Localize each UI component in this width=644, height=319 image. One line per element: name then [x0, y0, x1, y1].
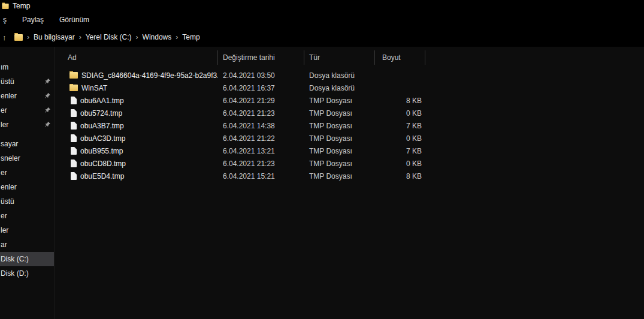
file-size: 8 KB [375, 97, 425, 105]
ribbon-tab-paylas[interactable]: Paylaş [21, 13, 45, 26]
file-name: obuE5D4.tmp [80, 172, 124, 180]
file-type: TMP Dosyası [304, 147, 375, 155]
file-type: Dosya klasörü [304, 71, 375, 80]
file-date: 2.04.2021 03:50 [218, 71, 304, 80]
file-type: TMP Dosyası [304, 109, 375, 118]
table-row[interactable]: obuA3B7.tmp 6.04.2021 14:38 TMP Dosyası … [55, 119, 644, 132]
file-name: obu6AA1.tmp [80, 97, 124, 105]
sidebar-item-label: sneler [1, 154, 20, 162]
window-title: Temp [13, 2, 30, 10]
file-name: obuB955.tmp [80, 147, 123, 155]
file-date: 6.04.2021 14:38 [218, 122, 304, 130]
file-date: 6.04.2021 21:23 [218, 109, 304, 118]
sidebar-item-label: er [1, 212, 7, 220]
sidebar-item-label: ım [1, 63, 8, 71]
sidebar-item-label: Disk (D:) [1, 269, 29, 278]
breadcrumb[interactable]: › Bu bilgisayar › Yerel Disk (C:) › Wind… [11, 30, 644, 44]
ribbon-tab-gorunum[interactable]: Görünüm [58, 13, 90, 26]
address-bar: ↑ › Bu bilgisayar › Yerel Disk (C:) › Wi… [0, 28, 644, 47]
chevron-right-icon: › [75, 33, 86, 41]
sidebar-item-quick-access[interactable]: ım [0, 60, 54, 74]
file-type: TMP Dosyası [304, 160, 375, 168]
title-bar: Temp [0, 0, 644, 12]
table-row[interactable]: obu6AA1.tmp 6.04.2021 21:29 TMP Dosyası … [55, 94, 644, 107]
file-size: 7 KB [375, 122, 425, 130]
sidebar-item-pictures[interactable]: ler [0, 223, 54, 237]
file-name: obu5724.tmp [80, 109, 122, 118]
file-icon [71, 134, 77, 142]
file-type: TMP Dosyası [304, 134, 375, 143]
breadcrumb-item-windows[interactable]: Windows [143, 33, 172, 41]
file-name: obuAC3D.tmp [80, 134, 125, 143]
file-icon [71, 122, 77, 130]
file-date: 6.04.2021 15:21 [218, 172, 304, 180]
pin-icon [44, 121, 51, 128]
table-row[interactable]: obuAC3D.tmp 6.04.2021 21:22 TMP Dosyası … [55, 132, 644, 145]
sidebar-item-label: ler [1, 226, 8, 234]
table-row[interactable]: SDIAG_c846604a-4169-4f9e-95a2-b2a9f3... … [55, 69, 644, 82]
navigation-pane: ım üstü enler er ler sayar sneler er enl… [0, 47, 55, 319]
sidebar-item-downloads[interactable]: enler [0, 180, 54, 194]
column-header-type[interactable]: Tür [304, 50, 375, 65]
sidebar-item-disk-c[interactable]: Disk (C:) [0, 252, 54, 266]
file-icon [71, 109, 77, 117]
sidebar-item-label: enler [1, 92, 17, 100]
sidebar-item-label: sayar [1, 140, 18, 148]
sidebar-item-this-pc[interactable]: sayar [0, 137, 54, 151]
chevron-right-icon: › [132, 33, 143, 41]
file-date: 6.04.2021 21:29 [218, 97, 304, 105]
column-header-name[interactable]: Ad [55, 50, 218, 65]
file-icon [71, 97, 77, 104]
file-date: 6.04.2021 21:23 [218, 160, 304, 168]
explorer-window: Temp ş Paylaş Görünüm ↑ › Bu bilgisayar … [0, 0, 644, 319]
file-date: 6.04.2021 21:22 [218, 134, 304, 143]
sidebar-item-documents-pinned[interactable]: er [0, 103, 54, 118]
sidebar-item-downloads-pinned[interactable]: enler [0, 89, 54, 103]
table-row[interactable]: WinSAT 6.04.2021 16:37 Dosya klasörü [55, 82, 644, 94]
chevron-right-icon: › [23, 33, 34, 41]
sidebar-item-label: üstü [1, 197, 14, 206]
sidebar-item-label: Disk (C:) [1, 255, 29, 263]
file-size: 7 KB [375, 147, 425, 155]
sidebar-item-3d-objects[interactable]: sneler [0, 151, 54, 165]
file-size: 0 KB [375, 134, 425, 143]
breadcrumb-folder-icon [14, 34, 23, 41]
table-row[interactable]: obuB955.tmp 6.04.2021 13:21 TMP Dosyası … [55, 145, 644, 157]
column-header-size[interactable]: Boyut [375, 50, 425, 65]
sidebar-item-pictures-pinned[interactable]: ler [0, 118, 54, 132]
breadcrumb-item-yerel-disk-c[interactable]: Yerel Disk (C:) [86, 33, 132, 41]
up-arrow-icon[interactable]: ↑ [0, 33, 11, 42]
file-icon [71, 172, 77, 180]
sidebar-item-label: ar [1, 240, 7, 249]
chevron-right-icon: › [171, 33, 182, 41]
table-row[interactable]: obu5724.tmp 6.04.2021 21:23 TMP Dosyası … [55, 107, 644, 119]
file-type: TMP Dosyası [304, 122, 375, 130]
sidebar-item-label: ler [1, 121, 8, 129]
file-list-pane: Ad Değiştirme tarihi Tür Boyut SDIAG_c84… [55, 47, 644, 319]
sidebar-item-disk-d[interactable]: Disk (D:) [0, 266, 54, 281]
pin-icon [44, 78, 51, 85]
file-type: TMP Dosyası [304, 172, 375, 180]
sidebar-item-desktop-pinned[interactable]: üstü [0, 74, 54, 89]
column-headers: Ad Değiştirme tarihi Tür Boyut [55, 50, 425, 65]
file-name: obuA3B7.tmp [80, 122, 124, 130]
ribbon-tab-giris-fragment[interactable]: ş [2, 13, 8, 26]
file-name: SDIAG_c846604a-4169-4f9e-95a2-b2a9f3... [81, 71, 218, 80]
file-name: obuCD8D.tmp [80, 160, 126, 168]
sidebar-item-label: üstü [1, 77, 14, 86]
sidebar-item-documents[interactable]: er [0, 165, 54, 180]
table-row[interactable]: obuCD8D.tmp 6.04.2021 21:23 TMP Dosyası … [55, 157, 644, 170]
column-header-date[interactable]: Değiştirme tarihi [218, 50, 304, 65]
file-date: 6.04.2021 13:21 [218, 147, 304, 155]
file-icon [71, 147, 77, 155]
breadcrumb-item-bu-bilgisayar[interactable]: Bu bilgisayar [34, 33, 75, 41]
sidebar-item-music[interactable]: er [0, 209, 54, 223]
pin-icon [44, 92, 51, 99]
sidebar-item-label: enler [1, 183, 17, 191]
table-row[interactable]: obuE5D4.tmp 6.04.2021 15:21 TMP Dosyası … [55, 170, 644, 182]
sidebar-item-desktop[interactable]: üstü [0, 194, 54, 209]
sidebar-item-videos[interactable]: ar [0, 237, 54, 252]
file-size: 8 KB [375, 172, 425, 180]
ribbon-tab-bar: ş Paylaş Görünüm [0, 12, 644, 28]
breadcrumb-item-temp[interactable]: Temp [182, 33, 199, 41]
